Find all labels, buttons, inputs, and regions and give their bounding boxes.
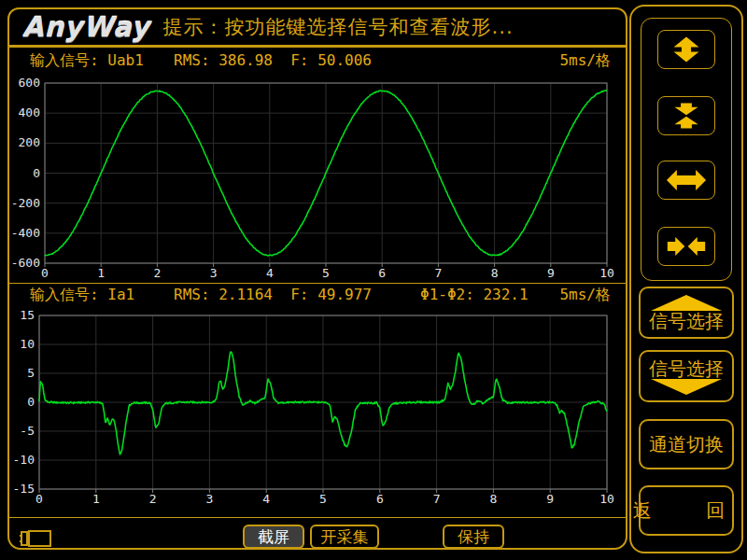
svg-text:10: 10 [599,492,614,506]
svg-text:5: 5 [322,266,330,280]
bottom-bar-divider [9,517,626,518]
svg-text:-600: -600 [11,256,40,270]
anyway-logo: AnyWay [22,11,150,43]
svg-text:2: 2 [149,492,157,506]
svg-text:2: 2 [153,266,161,280]
svg-text:5: 5 [319,492,327,506]
channel-switch-button[interactable]: 通道切换 [639,419,734,469]
triangle-down-icon [651,379,722,395]
compress-horizontal-icon [663,231,710,261]
svg-text:600: 600 [19,76,40,90]
svg-text:0: 0 [35,492,43,506]
svg-text:4: 4 [266,266,274,280]
button-label: 开采集 [321,526,369,548]
expand-vertical-icon [663,35,710,64]
svg-text:8: 8 [489,492,497,506]
button-label: 截屏 [258,526,289,548]
battery-icon [19,528,52,549]
svg-text:9: 9 [546,492,554,506]
chart-divider [9,283,626,284]
current-chart-header: 输入信号: Ia1 RMS: 2.1164 F: 49.977 Φ1-Φ2: 2… [9,286,626,308]
svg-text:-10: -10 [13,453,35,467]
timebase-label: 5ms/格 [559,51,611,71]
svg-text:0: 0 [33,166,40,180]
signal-select-down-button[interactable]: 信号选择 [639,350,734,402]
svg-text:9: 9 [547,266,555,280]
button-label: 保持 [458,526,489,548]
back-button[interactable]: 返 回 [639,485,734,536]
voltage-chart-header: 输入信号: Uab1 RMS: 386.98 F: 50.006 5ms/格 [9,51,626,74]
rms-freq-label: RMS: 386.98 F: 50.006 [174,51,372,69]
button-label: 通道切换 [649,434,724,455]
signal-name-label: 输入信号: Ia1 [30,286,134,305]
current-waveform-chart: 012345678910151050-5-10-15 [9,311,626,510]
device-screen: AnyWay 提示：按功能键选择信号和查看波形... 输入信号: Uab1 RM… [0,0,747,560]
function-key-panel: 信号选择 信号选择 通道切换 返 回 [629,5,743,553]
svg-text:0: 0 [27,395,35,409]
svg-text:-200: -200 [11,196,40,210]
compress-vertical-icon [663,101,710,131]
signal-name-label: 输入信号: Uab1 [30,51,144,71]
svg-text:3: 3 [205,492,213,506]
expand-horizontal-button[interactable] [657,161,715,200]
svg-text:6: 6 [378,266,386,280]
titlebar: AnyWay 提示：按功能键选择信号和查看波形... [7,7,627,47]
svg-text:3: 3 [210,266,218,280]
svg-text:10: 10 [599,266,614,280]
signal-select-up-button[interactable]: 信号选择 [639,287,734,339]
rms-freq-label: RMS: 2.1164 F: 49.977 [174,286,372,303]
button-label: 返 回 [633,500,747,521]
svg-text:10: 10 [20,337,35,351]
svg-text:8: 8 [491,266,499,280]
svg-text:15: 15 [20,311,35,322]
svg-text:1: 1 [97,266,105,280]
svg-text:7: 7 [433,492,441,506]
svg-text:6: 6 [376,492,384,506]
svg-text:200: 200 [19,135,40,149]
compress-horizontal-button[interactable] [657,227,715,266]
svg-text:4: 4 [262,492,270,506]
phase-label: Φ1-Φ2: 232.1 [420,286,529,303]
button-label: 信号选择 [649,311,724,331]
hold-button[interactable]: 保持 [443,525,504,549]
status-message: 提示：按功能键选择信号和查看波形... [163,14,514,40]
svg-text:-15: -15 [13,482,35,496]
waveform-area: 输入信号: Uab1 RMS: 386.98 F: 50.006 5ms/格 0… [7,47,627,550]
svg-text:-5: -5 [20,424,35,438]
button-label: 信号选择 [649,358,724,379]
start-capture-button[interactable]: 开采集 [310,525,379,549]
compress-vertical-button[interactable] [657,96,715,135]
triangle-up-icon [651,295,722,311]
svg-text:7: 7 [434,266,442,280]
timebase-label: 5ms/格 [559,286,611,305]
svg-text:5: 5 [27,366,35,380]
expand-horizontal-icon [663,165,710,195]
voltage-waveform-chart: 0123456789106004002000-200-400-600 [9,76,626,283]
svg-text:-400: -400 [11,226,40,240]
svg-text:0: 0 [41,266,49,280]
svg-text:1: 1 [92,492,100,506]
screenshot-button[interactable]: 截屏 [243,525,304,549]
expand-vertical-button[interactable] [657,30,715,69]
svg-text:400: 400 [19,105,40,119]
